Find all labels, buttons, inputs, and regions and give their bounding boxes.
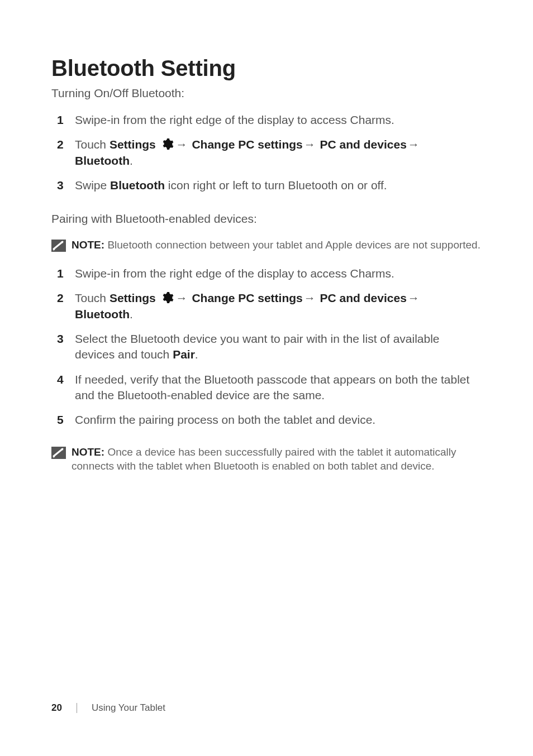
arrow-icon: → <box>407 138 421 151</box>
arrow-icon: → <box>303 291 317 304</box>
label-bluetooth: Bluetooth <box>75 154 130 167</box>
label-pc-and-devices: PC and devices <box>317 138 407 151</box>
note-icon <box>51 447 66 459</box>
note-text: NOTE: Bluetooth connection between your … <box>72 238 482 252</box>
list-item: 2 Touch Settings → Change PC settings→ P… <box>57 137 482 169</box>
page-footer: 20 Using Your Tablet <box>51 702 165 714</box>
list-item: 4 If needed, verify that the Bluetooth p… <box>57 372 482 404</box>
chapter-title: Using Your Tablet <box>92 702 165 714</box>
arrow-icon: → <box>175 138 189 151</box>
label-settings: Settings <box>110 138 159 151</box>
step-body: If needed, verify that the Bluetooth pas… <box>75 372 482 404</box>
step-number: 4 <box>57 372 75 387</box>
label-settings: Settings <box>110 291 159 304</box>
step-number: 3 <box>57 331 75 347</box>
text: Select the Bluetooth device you want to … <box>75 332 440 361</box>
label-pc-and-devices: PC and devices <box>317 291 407 304</box>
section1-intro: Turning On/Off Bluetooth: <box>51 87 482 100</box>
step-number: 3 <box>57 178 75 193</box>
label-bluetooth: Bluetooth <box>110 179 165 192</box>
note-icon <box>51 240 66 252</box>
list-item: 3 Swipe Bluetooth icon right or left to … <box>57 178 482 193</box>
step-body: Swipe-in from the right edge of the disp… <box>75 112 482 128</box>
step-number: 1 <box>57 112 75 128</box>
text: Swipe <box>75 179 110 192</box>
text: . <box>195 348 198 361</box>
step-number: 2 <box>57 137 75 152</box>
step-body: Swipe-in from the right edge of the disp… <box>75 266 482 281</box>
note-text: NOTE: Once a device has been successfull… <box>72 445 482 473</box>
step-body: Swipe Bluetooth icon right or left to tu… <box>75 178 482 193</box>
section2-list: 1 Swipe-in from the right edge of the di… <box>51 266 482 428</box>
list-item: 1 Swipe-in from the right edge of the di… <box>57 266 482 281</box>
list-item: 5 Confirm the pairing process on both th… <box>57 412 482 428</box>
arrow-icon: → <box>407 291 421 304</box>
arrow-icon: → <box>175 291 189 304</box>
page-title: Bluetooth Setting <box>51 56 482 81</box>
text: Touch <box>75 291 110 304</box>
section2-intro: Pairing with Bluetooth-enabled devices: <box>51 212 482 226</box>
list-item: 2 Touch Settings → Change PC settings→ P… <box>57 290 482 322</box>
gear-icon <box>160 291 174 304</box>
text: . <box>130 308 133 320</box>
text: icon right or left to turn Bluetooth on … <box>165 179 387 192</box>
note-label: NOTE: <box>72 446 107 458</box>
step-body: Select the Bluetooth device you want to … <box>75 331 482 363</box>
step-number: 1 <box>57 266 75 281</box>
note-block: NOTE: Once a device has been successfull… <box>51 445 482 473</box>
step-body: Touch Settings → Change PC settings→ PC … <box>75 290 482 322</box>
text: Once a device has been successfully pair… <box>72 446 456 472</box>
step-body: Confirm the pairing process on both the … <box>75 412 482 428</box>
label-change-pc-settings: Change PC settings <box>189 291 303 304</box>
section1-list: 1 Swipe-in from the right edge of the di… <box>51 112 482 193</box>
label-pair: Pair <box>173 348 195 361</box>
label-change-pc-settings: Change PC settings <box>189 138 303 151</box>
gear-icon <box>160 137 174 151</box>
step-body: Touch Settings → Change PC settings→ PC … <box>75 137 482 169</box>
list-item: 1 Swipe-in from the right edge of the di… <box>57 112 482 128</box>
footer-divider <box>77 703 77 713</box>
step-number: 5 <box>57 412 75 428</box>
text: Touch <box>75 138 110 151</box>
text: Bluetooth connection between your tablet… <box>107 239 480 251</box>
page-number: 20 <box>51 702 62 714</box>
text: . <box>130 154 133 167</box>
note-label: NOTE: <box>72 239 107 251</box>
step-number: 2 <box>57 290 75 306</box>
label-bluetooth: Bluetooth <box>75 308 130 320</box>
note-block: NOTE: Bluetooth connection between your … <box>51 238 482 252</box>
list-item: 3 Select the Bluetooth device you want t… <box>57 331 482 363</box>
arrow-icon: → <box>303 138 317 151</box>
